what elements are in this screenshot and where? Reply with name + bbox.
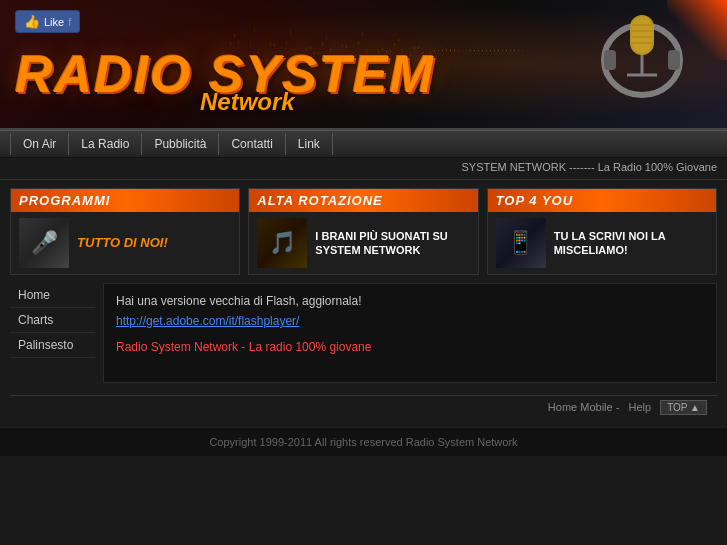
programmi-text: Tutto di noi! (77, 235, 168, 252)
main-area: Home Charts Palinsesto Hai una versione … (10, 283, 717, 383)
svg-rect-2 (668, 50, 680, 70)
alta-rotazione-text: I Brani più suonati su System Network (315, 229, 469, 258)
alta-rotazione-header: Alta Rotazione (249, 189, 477, 212)
copyright-text: Copyright 1999-2011 All rights reserved … (209, 436, 517, 448)
alta-rotazione-body: I Brani più suonati su System Network (249, 212, 477, 274)
sidebar-link-charts[interactable]: Charts (10, 308, 95, 333)
programmi-thumbnail (19, 218, 69, 268)
alta-rotazione-panel: Alta Rotazione I Brani più suonati su Sy… (248, 188, 478, 275)
top4you-panel: Top 4 You Tu la scrivi noi la Misceliamo… (487, 188, 717, 275)
page-content: Programmi Tutto di noi! Alta Rotazione I… (0, 180, 727, 427)
programmi-panel: Programmi Tutto di noi! (10, 188, 240, 275)
sidebar-link-palinsesto[interactable]: Palinsesto (10, 333, 95, 358)
alta-rotazione-image (257, 218, 307, 268)
top4you-header: Top 4 You (488, 189, 716, 212)
svg-point-11 (630, 15, 654, 55)
svg-rect-1 (604, 50, 616, 70)
thumbs-up-icon: 👍 (24, 14, 40, 29)
nav-item-link[interactable]: Link (286, 133, 333, 155)
flash-notice: Hai una versione vecchia di Flash, aggio… (116, 294, 704, 308)
panels-row: Programmi Tutto di noi! Alta Rotazione I… (10, 188, 717, 275)
sidebar: Home Charts Palinsesto (10, 283, 95, 383)
site-subtitle: Network (200, 88, 295, 116)
nav-item-pubblicita[interactable]: Pubblicità (142, 133, 219, 155)
footer-separator: - (616, 401, 623, 413)
copyright-bar: Copyright 1999-2011 All rights reserved … (0, 427, 727, 456)
nav-item-la-radio[interactable]: La Radio (69, 133, 142, 155)
flash-download-link[interactable]: http://get.adobe.com/it/flashplayer/ (116, 314, 704, 328)
top4you-thumbnail (496, 218, 546, 268)
programmi-body: Tutto di noi! (11, 212, 239, 274)
top-button[interactable]: TOP ▲ (660, 400, 707, 415)
sidebar-link-home[interactable]: Home (10, 283, 95, 308)
alta-rotazione-thumbnail (257, 218, 307, 268)
like-label: Like (44, 16, 64, 28)
tagline-colored: La radio 100% giovane (249, 340, 372, 354)
help-link[interactable]: Help (628, 401, 651, 413)
microphone-decoration (577, 0, 707, 130)
home-mobile-link[interactable]: Home Mobile (548, 401, 613, 413)
main-content-box: Hai una versione vecchia di Flash, aggio… (103, 283, 717, 383)
nav-item-on-air[interactable]: On Air (10, 133, 69, 155)
nav-item-contatti[interactable]: Contatti (219, 133, 285, 155)
main-navbar: On Air La Radio Pubblicità Contatti Link (0, 130, 727, 158)
facebook-icon: f (68, 16, 71, 28)
top4you-image (496, 218, 546, 268)
radio-tagline: Radio System Network - La radio 100% gio… (116, 340, 704, 354)
footer-nav: Home Mobile - Help TOP ▲ (10, 395, 717, 419)
programmi-header: Programmi (11, 189, 239, 212)
news-ticker: SYSTEM NETWORK ------- La Radio 100% Gio… (0, 158, 727, 180)
programmi-image (19, 218, 69, 268)
top4you-text: Tu la scrivi noi la Misceliamo! (554, 229, 708, 258)
site-header: 👍 Like f RADIO SYSTEM Network (0, 0, 727, 130)
tagline-prefix: Radio System Network - (116, 340, 249, 354)
ticker-text: SYSTEM NETWORK ------- La Radio 100% Gio… (461, 161, 717, 173)
facebook-like-button[interactable]: 👍 Like f (15, 10, 80, 33)
top4you-body: Tu la scrivi noi la Misceliamo! (488, 212, 716, 274)
